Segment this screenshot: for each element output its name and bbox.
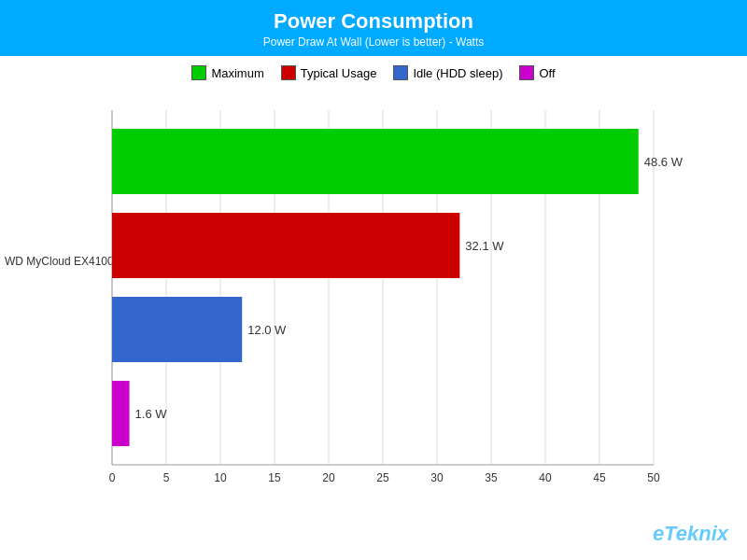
bar-idle-(hdd-sleep) <box>112 297 242 362</box>
y-axis-device-label: WD MyCloud EX4100 <box>5 255 114 268</box>
bar-value-label: 1.6 W <box>135 407 168 421</box>
chart-container: MaximumTypical UsageIdle (HDD sleep)Off … <box>0 56 747 560</box>
svg-text:10: 10 <box>214 471 227 484</box>
legend-label: Off <box>539 66 555 80</box>
svg-text:35: 35 <box>485 471 498 484</box>
legend-label: Maximum <box>211 66 263 80</box>
svg-text:25: 25 <box>376 471 389 484</box>
legend: MaximumTypical UsageIdle (HDD sleep)Off <box>0 65 747 80</box>
chart-area: 0510152025303540455048.6 W32.1 W12.0 W1.… <box>103 91 710 502</box>
legend-label: Idle (HDD sleep) <box>413 66 502 80</box>
legend-color <box>519 65 534 80</box>
bar-off <box>112 381 130 446</box>
legend-color <box>393 65 408 80</box>
bar-value-label: 32.1 W <box>465 239 504 253</box>
bar-value-label: 48.6 W <box>644 155 684 169</box>
svg-text:20: 20 <box>322 471 335 484</box>
legend-item: Typical Usage <box>281 65 377 80</box>
bar-value-label: 12.0 W <box>247 323 287 337</box>
bar-typical-usage <box>112 213 459 278</box>
chart-title: Power Consumption <box>0 9 747 34</box>
svg-text:15: 15 <box>268 471 281 484</box>
bar-maximum <box>112 129 639 194</box>
legend-item: Off <box>519 65 555 80</box>
watermark: eTeknix <box>653 522 728 546</box>
svg-text:40: 40 <box>539 471 552 484</box>
svg-text:30: 30 <box>430 471 444 484</box>
legend-label: Typical Usage <box>301 66 377 80</box>
bar-chart-svg: 0510152025303540455048.6 W32.1 W12.0 W1.… <box>103 91 710 502</box>
chart-subtitle: Power Draw At Wall (Lower is better) - W… <box>0 35 747 49</box>
header: Power Consumption Power Draw At Wall (Lo… <box>0 0 747 56</box>
legend-item: Maximum <box>191 65 263 80</box>
legend-color <box>191 65 206 80</box>
svg-text:5: 5 <box>163 471 170 484</box>
legend-item: Idle (HDD sleep) <box>393 65 502 80</box>
svg-text:45: 45 <box>593 471 606 484</box>
svg-text:0: 0 <box>109 471 116 484</box>
legend-color <box>281 65 296 80</box>
svg-text:50: 50 <box>647 471 660 484</box>
